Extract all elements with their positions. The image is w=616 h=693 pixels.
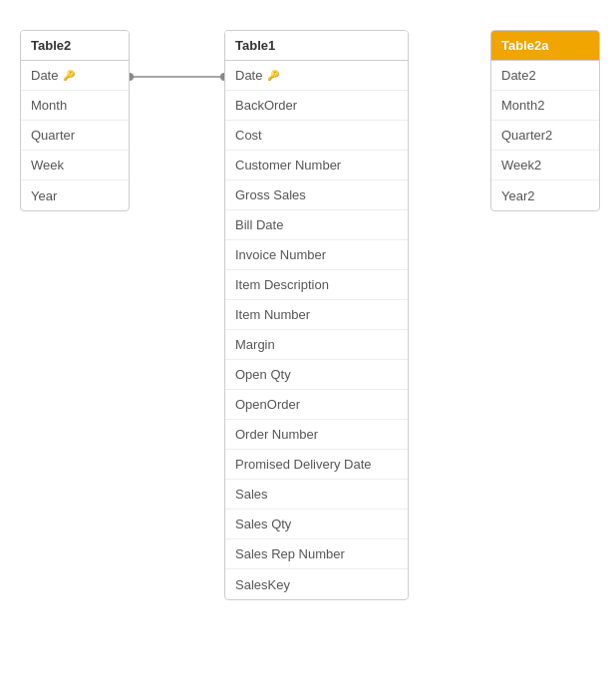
key-icon: 🔑 — [267, 70, 279, 81]
table2-header: Table2 — [21, 31, 129, 61]
table-row: Year — [21, 180, 129, 210]
field-label: Month2 — [501, 98, 544, 113]
field-label: Month — [31, 98, 67, 113]
field-label: Gross Sales — [235, 187, 306, 202]
table-row: Date🔑 — [21, 61, 129, 91]
field-label: Sales Qty — [235, 517, 291, 531]
field-label: Date — [235, 68, 262, 83]
table-row: Date🔑 — [225, 61, 408, 91]
table-row: Invoice Number — [225, 240, 408, 270]
table-row: Date2 — [491, 61, 599, 91]
field-label: Week2 — [501, 158, 541, 173]
table-row: Sales Rep Number — [225, 539, 408, 569]
field-label: Open Qty — [235, 367, 291, 382]
table-row: Month — [21, 91, 129, 121]
table-row: Bill Date — [225, 210, 408, 240]
field-label: Invoice Number — [235, 247, 326, 262]
field-label: BackOrder — [235, 98, 297, 113]
table-row: Item Description — [225, 270, 408, 300]
field-label: Item Number — [235, 307, 310, 322]
table-row: BackOrder — [225, 91, 408, 121]
field-label: SalesKey — [235, 577, 290, 592]
table-row: SalesKey — [225, 569, 408, 599]
key-icon: 🔑 — [63, 70, 75, 81]
field-label: Year — [31, 188, 57, 203]
table-row: Open Qty — [225, 360, 408, 390]
field-label: Year2 — [501, 188, 535, 203]
table-row: Gross Sales — [225, 180, 408, 210]
canvas: Table2 Date🔑MonthQuarterWeekYear Table1 … — [0, 0, 616, 693]
table-row: Margin — [225, 330, 408, 360]
field-label: Quarter2 — [501, 128, 552, 143]
table-row: Quarter2 — [491, 121, 599, 151]
field-label: Date2 — [501, 68, 536, 83]
table-row: Customer Number — [225, 151, 408, 180]
field-label: Quarter — [31, 128, 75, 143]
field-label: Week — [31, 158, 64, 173]
table-row: Month2 — [491, 91, 599, 121]
table-row: Week — [21, 151, 129, 180]
table-row: Promised Delivery Date — [225, 450, 408, 480]
table-row: Cost — [225, 121, 408, 151]
table2a-header: Table2a — [491, 31, 599, 61]
field-label: Item Description — [235, 277, 329, 292]
field-label: Promised Delivery Date — [235, 457, 372, 472]
table-row: Item Number — [225, 300, 408, 330]
field-label: Cost — [235, 128, 262, 143]
table1-header: Table1 — [225, 31, 408, 61]
table1: Table1 Date🔑BackOrderCostCustomer Number… — [224, 30, 409, 600]
field-label: Margin — [235, 337, 275, 352]
field-label: Bill Date — [235, 217, 283, 232]
field-label: Sales — [235, 487, 268, 502]
table-row: OpenOrder — [225, 390, 408, 420]
table-row: Week2 — [491, 151, 599, 180]
table-row: Quarter — [21, 121, 129, 151]
table2: Table2 Date🔑MonthQuarterWeekYear — [20, 30, 130, 211]
field-label: Sales Rep Number — [235, 546, 345, 561]
field-label: Order Number — [235, 427, 318, 442]
field-label: OpenOrder — [235, 397, 300, 412]
table-row: Sales Qty — [225, 510, 408, 539]
table-row: Year2 — [491, 180, 599, 210]
table2a: Table2a Date2Month2Quarter2Week2Year2 — [490, 30, 600, 211]
table-row: Order Number — [225, 420, 408, 450]
field-label: Customer Number — [235, 158, 341, 173]
table-row: Sales — [225, 480, 408, 510]
field-label: Date — [31, 68, 58, 83]
